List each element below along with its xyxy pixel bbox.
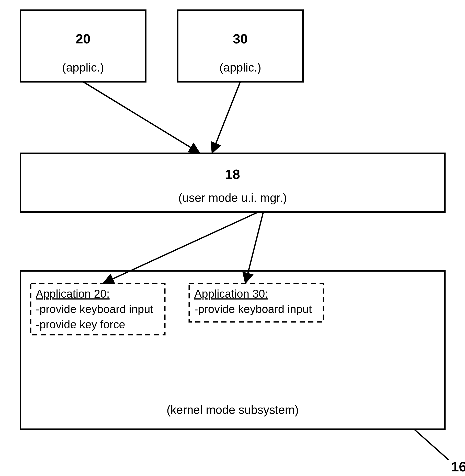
app30-number: 30 [233, 31, 248, 46]
box-app20: 20 (applic.) [20, 10, 146, 82]
uimgr-number: 18 [225, 167, 240, 182]
d20-title: Application 20: [36, 287, 110, 300]
box-app30: 30 (applic.) [178, 10, 303, 82]
kernel-sub: (kernel mode subsystem) [167, 403, 299, 416]
arrow-uimgr-to-d20 [104, 212, 258, 283]
dashed-app20: Application 20: -provide keyboard input … [31, 284, 165, 335]
arrow-app20-to-uimgr [83, 82, 199, 153]
outer-label-16: 16 [451, 459, 465, 474]
dashed-app30: Application 30: -provide keyboard input [189, 284, 323, 322]
d20-l2: -provide key force [36, 318, 125, 331]
arrow-uimgr-to-d30 [245, 212, 263, 283]
d30-l1: -provide keyboard input [194, 303, 312, 315]
uimgr-sub: (user mode u.i. mgr.) [178, 191, 287, 204]
d30-title: Application 30: [194, 287, 268, 300]
app20-sub: (applic.) [62, 61, 104, 74]
app20-number: 20 [76, 31, 90, 46]
arrow-app30-to-uimgr [212, 82, 240, 153]
leader-16 [414, 429, 449, 460]
box-uimgr: 18 (user mode u.i. mgr.) [20, 153, 445, 212]
d20-l1: -provide keyboard input [36, 303, 153, 315]
app30-sub: (applic.) [219, 61, 261, 74]
